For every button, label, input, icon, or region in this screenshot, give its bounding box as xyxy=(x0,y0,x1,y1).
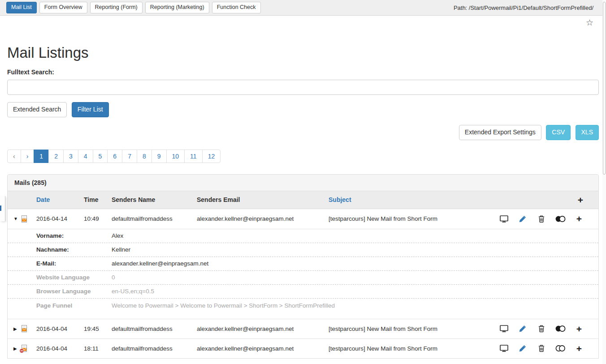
doc-header: Mail List Form Overview Reporting (Form)… xyxy=(0,0,606,16)
tab-function-check[interactable]: Function Check xyxy=(212,2,261,14)
cell-date: 2016-04-14 xyxy=(36,215,84,222)
visibility-toggle-icon[interactable] xyxy=(551,324,570,334)
detail-label: E-Mail: xyxy=(36,260,112,267)
table-row: ▶ 2016-04-04 19:45 defaultmailfromaddess… xyxy=(8,319,598,338)
table-header-row: Date Time Senders Name Senders Email Sub… xyxy=(8,191,598,209)
mails-panel: Mails (285) Date Time Senders Name Sende… xyxy=(7,174,599,359)
add-answer-icon[interactable]: + xyxy=(570,344,589,353)
column-header-date[interactable]: Date xyxy=(36,196,84,203)
panel-title: Mails (285) xyxy=(8,175,598,191)
cell-subject: [testparcours] New Mail from Short Form xyxy=(329,325,491,332)
pagination-page: 7 xyxy=(122,150,137,163)
cell-senders-name: defaultmailfromaddess xyxy=(112,345,197,352)
add-answer-icon[interactable]: + xyxy=(570,324,589,334)
pagination-prev: ‹ xyxy=(7,150,21,163)
header-add-cell: + xyxy=(491,195,598,205)
mail-record-icon[interactable] xyxy=(21,325,28,332)
pagination-page: 12 xyxy=(203,150,221,163)
extended-export-settings-button[interactable]: Extended Export Settings xyxy=(459,125,541,140)
edit-pencil-icon[interactable] xyxy=(513,324,532,334)
detail-value: Welcome to Powermail > Welcome to Powerm… xyxy=(112,302,598,309)
detail-row: Nachname: Kellner xyxy=(8,243,598,257)
preview-monitor-icon[interactable] xyxy=(494,344,513,353)
filter-list-button[interactable]: Filter List xyxy=(72,102,109,117)
edit-pencil-icon[interactable] xyxy=(513,344,532,353)
column-header-senders-email: Senders Email xyxy=(197,196,329,203)
fulltext-search-input[interactable] xyxy=(7,80,599,95)
hidden-record-badge xyxy=(19,348,24,353)
page-title: Mail Listings xyxy=(7,44,599,61)
add-answer-icon[interactable]: + xyxy=(570,214,589,223)
extended-search-button[interactable]: Extended Search xyxy=(7,102,67,117)
detail-label: Vorname: xyxy=(36,232,112,239)
pagination-page: 6 xyxy=(108,150,122,163)
preview-monitor-icon[interactable] xyxy=(494,324,513,334)
cell-time: 19:45 xyxy=(84,325,112,332)
cell-time: 10:49 xyxy=(84,215,112,222)
visibility-toggle-icon[interactable] xyxy=(551,214,570,223)
scrollbar-thumb[interactable] xyxy=(603,2,606,175)
export-buttons: Extended Export Settings CSV XLS xyxy=(7,125,599,140)
pagination-page: 11 xyxy=(185,150,203,163)
bookmark-star-icon[interactable]: ☆ xyxy=(586,18,593,27)
pagination-page: 9 xyxy=(152,150,167,163)
detail-label: Page Funnel xyxy=(36,302,112,309)
pagination-page: 10 xyxy=(167,150,185,163)
page-path: Path: /Start/Powermail/Pi1/Default/Short… xyxy=(454,4,600,11)
expand-arrow-icon[interactable]: ▼ xyxy=(13,216,21,221)
column-header-subject[interactable]: Subject xyxy=(329,196,491,203)
delete-trash-icon[interactable] xyxy=(532,344,551,353)
table-body: ▼ 2016-04-14 10:49 defaultmailfromaddess… xyxy=(8,209,598,358)
edit-pencil-icon[interactable] xyxy=(513,214,532,223)
detail-row: Page Funnel Welcome to Powermail > Welco… xyxy=(8,299,598,313)
detail-row: Browser Language en-US,en;q=0.5 xyxy=(8,285,598,299)
table-row: ▶ 2016-04-04 18:11 defaultmailfromaddess… xyxy=(8,338,598,358)
expand-arrow-icon[interactable]: ▶ xyxy=(13,326,21,331)
fulltext-search-label: Fulltext Search: xyxy=(7,69,599,76)
cell-senders-email: alexander.kellner@einpraegsam.net xyxy=(197,325,329,332)
detail-value: en-US,en;q=0.5 xyxy=(112,288,598,295)
row-handle: ▶ xyxy=(8,325,36,332)
row-handle: ▶ xyxy=(8,345,36,352)
cell-time: 18:11 xyxy=(84,345,112,352)
pagination-page: 5 xyxy=(93,150,108,163)
detail-row: Vorname: Alex xyxy=(8,229,598,243)
pagination: ‹ › 123456789101112 xyxy=(7,150,221,163)
mail-record-icon[interactable] xyxy=(21,215,28,223)
detail-label: Nachname: xyxy=(36,246,112,253)
column-header-time: Time xyxy=(84,196,112,203)
export-csv-button[interactable]: CSV xyxy=(546,125,571,140)
column-header-senders-name: Senders Name xyxy=(112,196,197,203)
bookmark-row: ☆ xyxy=(0,16,606,26)
table-row: ▼ 2016-04-14 10:49 defaultmailfromaddess… xyxy=(8,209,598,229)
detail-value: Alex xyxy=(112,232,598,239)
visibility-toggle-icon[interactable] xyxy=(551,344,570,353)
tab-reporting-marketing[interactable]: Reporting (Marketing) xyxy=(145,2,209,14)
delete-trash-icon[interactable] xyxy=(532,214,551,223)
row-details: Vorname: Alex Nachname: Kellner E-Mail: … xyxy=(8,229,598,313)
tab-reporting-form[interactable]: Reporting (Form) xyxy=(90,2,143,14)
mail-record-icon[interactable] xyxy=(21,345,28,352)
cell-senders-name: defaultmailfromaddess xyxy=(112,215,197,222)
delete-trash-icon[interactable] xyxy=(532,324,551,334)
cell-subject: [testparcours] New Mail from Short Form xyxy=(329,215,491,222)
pagination-next: › xyxy=(21,150,35,163)
left-edge-panel-fragment xyxy=(0,196,5,221)
cell-date: 2016-04-04 xyxy=(36,325,84,332)
tab-form-overview[interactable]: Form Overview xyxy=(39,2,87,14)
search-buttons: Extended Search Filter List xyxy=(7,102,599,117)
detail-value: 0 xyxy=(112,274,598,281)
row-actions: + xyxy=(491,324,598,334)
cell-senders-email: alexander.kellner@einpraegsam.net xyxy=(197,345,329,352)
module-body: Mail Listings Fulltext Search: Extended … xyxy=(0,44,606,359)
pagination-page: 8 xyxy=(137,150,152,163)
row-actions: + xyxy=(491,214,598,223)
preview-monitor-icon[interactable] xyxy=(494,214,513,223)
tab-mail-list[interactable]: Mail List xyxy=(6,2,37,14)
pagination-page: 3 xyxy=(64,150,78,163)
left-edge-blue-tick xyxy=(0,206,1,211)
add-column-icon[interactable]: + xyxy=(578,195,583,205)
cell-subject: [testparcours] New Mail from Short Form xyxy=(329,345,491,352)
export-xls-button[interactable]: XLS xyxy=(576,125,599,140)
detail-value: alexander.kellner@einpraegsam.net xyxy=(112,260,598,267)
